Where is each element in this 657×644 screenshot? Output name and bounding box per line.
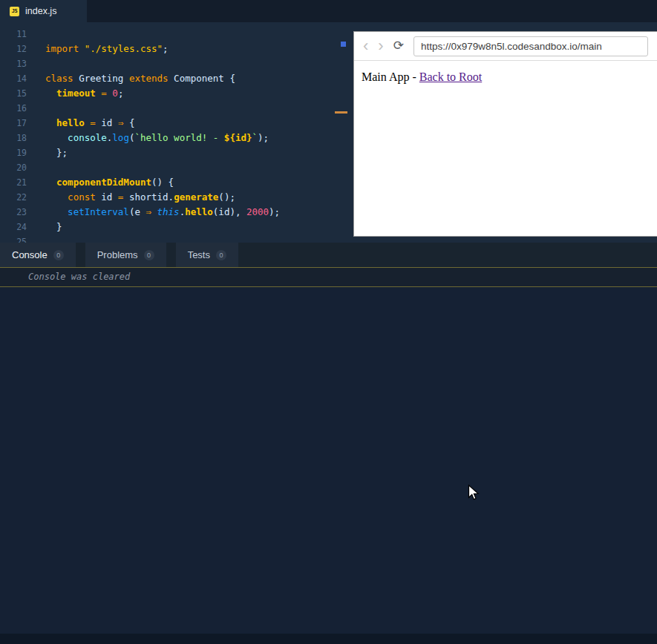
preview-content: Main App - Back to Root [354,61,657,93]
code-line[interactable]: 21 componentDidMount() { [0,175,353,190]
line-number: 15 [0,86,27,101]
code-lines: 1112import "./styles.css";1314class Gree… [0,27,353,243]
code-text [27,160,45,175]
line-number: 24 [0,220,27,234]
scrollbar-marker-blue-icon [341,42,346,47]
code-text: class Greeting extends Component { [27,71,235,86]
console-cleared-message: Console was cleared [28,272,130,282]
code-line[interactable]: 18 console.log(`hello world! - ${id}`); [0,131,353,145]
code-text: hello = id ⇒ { [27,116,134,131]
code-text: setInterval(e ⇒ this.hello(id), 2000); [27,205,280,220]
line-number: 13 [0,56,27,71]
code-editor[interactable]: 1112import "./styles.css";1314class Gree… [0,22,353,243]
preview-text: Main App - [362,70,419,83]
code-text [27,27,45,42]
line-number: 18 [0,131,27,145]
back-icon[interactable]: ‹ [363,39,368,53]
code-line[interactable]: 12import "./styles.css"; [0,42,353,56]
code-text: import "./styles.css"; [27,42,169,56]
forward-icon[interactable]: › [378,39,383,53]
line-number: 23 [0,205,27,220]
code-line[interactable]: 17 hello = id ⇒ { [0,116,353,131]
code-text [27,56,45,71]
devtools-tab-bar: Console0Problems0Tests0 [0,243,657,267]
editor-tab-bar: JS index.js [0,0,657,22]
code-line[interactable]: 22 const id = shortid.generate(); [0,190,353,205]
code-line[interactable]: 15 timeout = 0; [0,86,353,101]
code-line[interactable]: 14class Greeting extends Component { [0,71,353,86]
line-number: 14 [0,71,27,86]
line-number: 19 [0,145,27,160]
code-text: const id = shortid.generate(); [27,190,235,205]
devtools-tab-count-badge: 0 [144,250,154,260]
devtools-tab-tests[interactable]: Tests0 [176,243,238,267]
devtools-tab-label: Tests [188,249,210,260]
code-text [27,234,45,243]
code-line[interactable]: 23 setInterval(e ⇒ this.hello(id), 2000)… [0,205,353,220]
code-line[interactable]: 19 }; [0,145,353,160]
line-number: 22 [0,190,27,205]
tab-index-js[interactable]: JS index.js [0,0,87,22]
tab-label: index.js [25,6,56,16]
devtools-tab-count-badge: 0 [216,250,226,260]
mouse-cursor [468,484,480,502]
line-number: 12 [0,42,27,56]
line-number: 25 [0,234,27,243]
code-line[interactable]: 11 [0,27,353,42]
line-number: 11 [0,27,27,42]
refresh-icon[interactable]: ⟳ [393,39,404,53]
console-cleared-row: Console was cleared [0,267,657,287]
devtools-tab-label: Problems [97,249,138,260]
line-number: 21 [0,175,27,190]
devtools-tab-label: Console [12,249,48,260]
code-text: }; [27,145,68,160]
back-to-root-link[interactable]: Back to Root [419,70,482,83]
devtools-tab-console[interactable]: Console0 [0,243,76,267]
code-text: timeout = 0; [27,86,123,101]
code-line[interactable]: 24 } [0,220,353,234]
code-line[interactable]: 16 [0,101,353,116]
code-text: console.log(`hello world! - ${id}`); [27,131,269,145]
code-line[interactable]: 20 [0,160,353,175]
code-text [27,101,45,116]
devtools-tab-count-badge: 0 [53,250,64,260]
line-number: 17 [0,116,27,131]
javascript-file-icon: JS [10,7,19,16]
code-text: componentDidMount() { [27,175,174,190]
code-text: } [27,220,62,234]
preview-toolbar: ‹ › ⟳ [354,32,657,61]
browser-preview-pane: ‹ › ⟳ Main App - Back to Root [353,31,657,237]
code-line[interactable]: 13 [0,56,353,71]
devtools-tab-problems[interactable]: Problems0 [85,243,166,267]
line-number: 16 [0,101,27,116]
scrollbar-marker-orange-icon [335,111,347,114]
code-line[interactable]: 25 [0,234,353,243]
console-output-area[interactable] [0,287,657,634]
url-input[interactable] [414,36,648,56]
line-number: 20 [0,160,27,175]
status-bar [0,634,657,644]
codesandbox-window: JS index.js 1112import "./styles.css";13… [0,0,657,644]
